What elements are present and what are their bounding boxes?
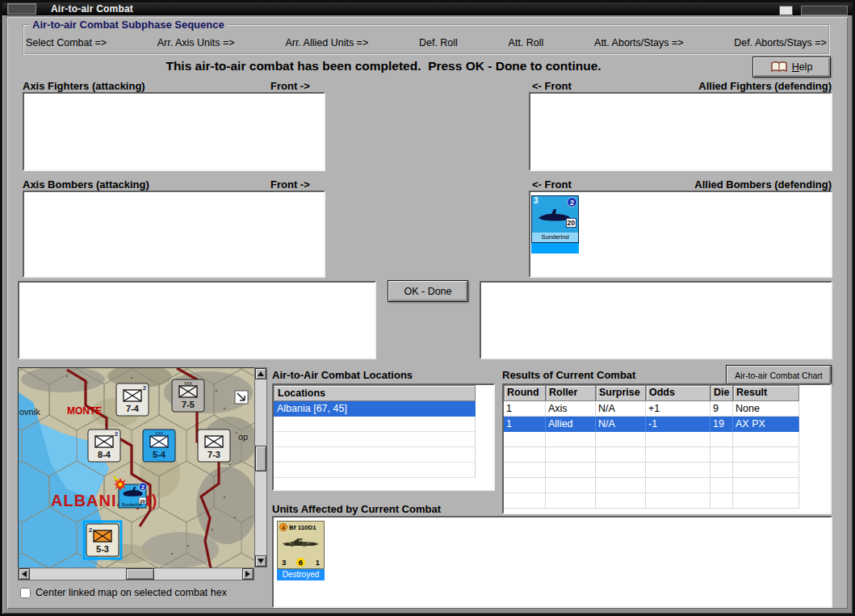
svg-text:7-4: 7-4 xyxy=(126,404,140,413)
unit-class-badge: 4 xyxy=(279,523,287,531)
allied-bombers-label: Allied Bombers (defending) xyxy=(694,178,832,191)
cell-die: 19 xyxy=(710,417,733,432)
cell-surprise: N/A xyxy=(596,417,646,432)
axis-bombers-box[interactable] xyxy=(23,191,325,278)
unit-move-value: 1 xyxy=(316,558,320,567)
combat-chart-button[interactable]: Air-to-air Combat Chart xyxy=(726,365,832,385)
help-button[interactable]: Help xyxy=(752,57,831,78)
results-row-2-selected[interactable]: 1 Allied N/A -1 19 AX PX xyxy=(504,417,799,432)
svg-text:2: 2 xyxy=(143,384,147,392)
locations-title: Air-to-Air Combat Locations xyxy=(272,369,413,381)
results-title: Results of Current Combat xyxy=(502,369,635,381)
map-horizontal-scrollbar[interactable] xyxy=(18,568,254,580)
step-arr-allied-units: Arr. Allied Units => xyxy=(285,37,368,48)
map-partial-label: op xyxy=(238,432,248,442)
svg-text:7-5: 7-5 xyxy=(182,400,195,409)
col-die[interactable]: Die xyxy=(710,385,733,401)
scroll-up-button[interactable] xyxy=(255,368,266,379)
svg-text:xxx: xxx xyxy=(155,430,164,436)
location-row-empty xyxy=(274,463,476,478)
step-arr-axis-units: Arr. Axis Units => xyxy=(157,37,235,48)
results-row-empty xyxy=(504,463,799,478)
svg-text:xxx: xxx xyxy=(184,380,193,386)
horizontal-scroll-thumb[interactable] xyxy=(126,568,154,580)
title-bar[interactable]: Air-to-air Combat xyxy=(2,2,853,15)
center-map-checkbox-label: Center linked map on selected combat hex xyxy=(36,587,227,598)
results-row-1[interactable]: 1 Axis N/A +1 9 None xyxy=(504,401,799,417)
map-monte-label: MONTE xyxy=(67,405,102,417)
map-zoom-gadget[interactable] xyxy=(235,391,248,404)
unit-defense-value: 6 xyxy=(296,558,305,567)
col-surprise[interactable]: Surprise xyxy=(596,385,646,401)
svg-text:Sunderlnd: Sunderlnd xyxy=(121,502,141,507)
vertical-scroll-thumb[interactable] xyxy=(255,446,266,471)
locations-column-header[interactable]: Locations xyxy=(274,385,476,401)
front-left-label-1: <- Front xyxy=(532,80,572,92)
allied-lower-box[interactable] xyxy=(480,281,832,359)
up-arrow-icon xyxy=(258,368,264,376)
left-arrow-icon xyxy=(19,571,27,577)
combat-map[interactable]: ovnik MONTE op ALBANIA (It) 2 7-4 xxx xyxy=(18,367,256,569)
fighter-plane-icon xyxy=(281,535,321,550)
col-round[interactable]: Round xyxy=(504,385,546,401)
map-vertical-scrollbar[interactable] xyxy=(254,367,267,568)
axis-lower-box[interactable] xyxy=(18,281,376,359)
map-unit-5-4[interactable]: xxx 5-4 xyxy=(143,430,175,462)
location-row-empty xyxy=(274,432,476,447)
col-odds[interactable]: Odds xyxy=(646,385,710,401)
cell-round: 1 xyxy=(504,401,546,417)
map-unit-5-3[interactable]: 2 5-3 xyxy=(84,522,121,559)
location-row-selected[interactable]: Albania [67, 45] xyxy=(274,401,476,417)
scroll-down-button[interactable] xyxy=(255,555,266,567)
front-left-label-2: <- Front xyxy=(532,178,572,191)
locations-list[interactable]: Locations Albania [67, 45] xyxy=(272,383,495,491)
axis-fighters-label: Axis Fighters (attacking) xyxy=(23,80,145,92)
map-unit-7-3[interactable]: 7-3 xyxy=(198,430,230,462)
cell-result: None xyxy=(733,401,799,417)
cell-result: AX PX xyxy=(733,417,799,432)
combat-chart-button-label: Air-to-air Combat Chart xyxy=(735,371,823,380)
scroll-right-button[interactable] xyxy=(242,568,254,580)
svg-text:5-4: 5-4 xyxy=(153,450,166,459)
map-unit-7-4[interactable]: 2 7-4 xyxy=(116,383,149,416)
map-unit-8-4[interactable]: 2 8-4 xyxy=(88,430,120,462)
cell-odds: -1 xyxy=(646,417,710,432)
titlebar-right-gadget[interactable] xyxy=(801,6,848,15)
scrollbar-corner xyxy=(254,568,267,580)
results-table[interactable]: Round Roller Surprise Odds Die Result 1 … xyxy=(502,383,832,514)
results-row-empty xyxy=(504,432,799,447)
axis-fighters-box[interactable] xyxy=(23,92,325,171)
cell-surprise: N/A xyxy=(596,401,646,417)
svg-text:8-4: 8-4 xyxy=(98,450,111,459)
step-select-combat: Select Combat => xyxy=(26,37,107,48)
cell-die: 9 xyxy=(710,401,733,417)
unit-selection-bar xyxy=(531,243,579,254)
center-map-checkbox[interactable] xyxy=(20,588,31,598)
results-row-empty xyxy=(504,478,799,493)
allied-fighters-box[interactable] xyxy=(529,92,832,171)
right-arrow-icon xyxy=(245,571,254,577)
ok-done-label: OK - Done xyxy=(404,286,451,297)
subphase-steps: Select Combat => Arr. Axis Units => Arr.… xyxy=(26,37,827,48)
unit-strength: 3 xyxy=(534,196,539,205)
help-book-icon xyxy=(771,61,787,73)
status-message: This air-to-air combat has been complete… xyxy=(32,59,735,73)
cell-roller: Allied xyxy=(546,417,596,432)
subphase-title: Air-to-air Combat Subphase Sequence xyxy=(29,19,228,31)
map-unit-7-5[interactable]: xxx 7-5 xyxy=(172,379,204,412)
app-window: Air-to-air Combat Air-to-air Combat Subp… xyxy=(0,0,855,616)
col-result[interactable]: Result xyxy=(733,385,799,401)
minimize-button[interactable] xyxy=(779,6,793,15)
system-menu-icon[interactable] xyxy=(7,3,36,15)
ok-done-button[interactable]: OK - Done xyxy=(388,280,468,302)
results-row-empty xyxy=(504,493,799,509)
scroll-left-button[interactable] xyxy=(19,568,30,580)
results-row-empty xyxy=(504,447,799,463)
allied-fighters-label: Allied Fighters (defending) xyxy=(698,80,832,92)
window-title: Air-to-air Combat xyxy=(51,3,133,15)
unit-counter-bf110[interactable]: 4 Bf 110D1 3 6 1 xyxy=(277,521,325,569)
unit-counter-sunderland[interactable]: 3 2 20 Sunderlnd xyxy=(531,195,579,243)
affected-units-box[interactable]: 4 Bf 110D1 3 6 1 Destroyed xyxy=(272,516,832,608)
svg-text:7-3: 7-3 xyxy=(207,450,220,459)
col-roller[interactable]: Roller xyxy=(546,385,596,401)
